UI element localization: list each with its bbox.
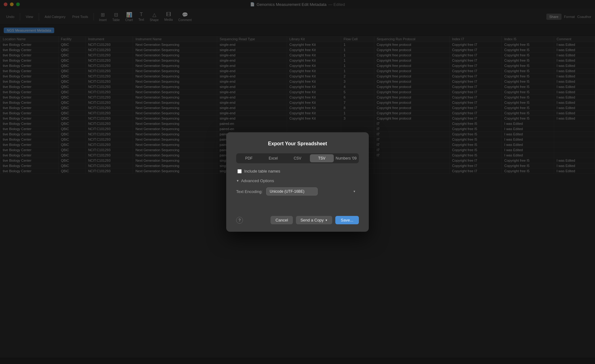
help-button[interactable]: ?	[236, 217, 243, 224]
include-table-names-label: Include table names	[244, 169, 280, 173]
export-dialog: Export Your Spreadsheet PDF Excel CSV TS…	[226, 132, 369, 232]
save-button[interactable]: Save...	[335, 216, 359, 224]
chevron-down-icon: ▼	[325, 219, 328, 222]
advanced-options: ▼ Advanced Options Text Encoding: Unicod…	[236, 178, 359, 195]
tab-numbers09[interactable]: Numbers '09	[334, 154, 358, 162]
encoding-label: Text Encoding:	[236, 189, 262, 194]
send-copy-button[interactable]: Send a Copy ▼	[296, 216, 332, 224]
tab-excel[interactable]: Excel	[261, 154, 285, 162]
encoding-select-wrapper: Unicode (UTF-16BE) Unicode (UTF-8) Weste…	[266, 187, 359, 195]
cancel-button[interactable]: Cancel	[271, 216, 293, 224]
chevron-down-icon: ▼	[236, 179, 239, 182]
tab-tsv[interactable]: TSV	[310, 154, 333, 162]
modal-title: Export Your Spreadsheet	[236, 141, 359, 147]
modal-footer: ? Cancel Send a Copy ▼ Save...	[236, 216, 359, 224]
tab-csv[interactable]: CSV	[286, 154, 309, 162]
encoding-select[interactable]: Unicode (UTF-16BE) Unicode (UTF-8) Weste…	[266, 187, 318, 195]
include-table-names-row: Include table names	[236, 169, 359, 173]
advanced-content: Text Encoding: Unicode (UTF-16BE) Unicod…	[236, 187, 359, 195]
tab-pdf[interactable]: PDF	[237, 154, 261, 162]
format-tabs: PDF Excel CSV TSV Numbers '09	[236, 153, 359, 163]
advanced-options-toggle[interactable]: ▼ Advanced Options	[236, 178, 274, 183]
modal-backdrop: Export Your Spreadsheet PDF Excel CSV TS…	[0, 0, 595, 364]
include-table-names-checkbox[interactable]	[237, 169, 242, 173]
modal-spacer	[236, 201, 359, 213]
